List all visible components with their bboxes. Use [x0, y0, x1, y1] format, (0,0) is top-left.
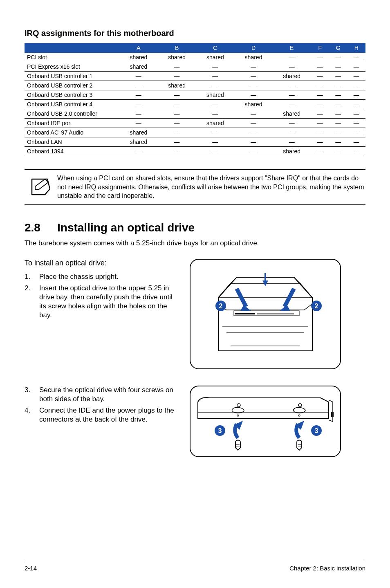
cell: —	[311, 128, 329, 137]
cell: —	[311, 72, 329, 81]
table-row: PCI slotsharedsharedsharedshared————	[25, 53, 365, 62]
page-footer: 2-14 Chapter 2: Basic installation	[25, 562, 365, 572]
cell: —	[158, 109, 196, 119]
cell: —	[196, 109, 234, 119]
cell: —	[347, 62, 366, 72]
cell: shared	[273, 109, 311, 119]
svg-marker-4	[218, 298, 312, 310]
cell: —	[158, 100, 196, 109]
section-number: 2.8	[25, 221, 57, 234]
cell: —	[329, 62, 347, 72]
svg-line-2	[218, 283, 231, 298]
cell: —	[311, 137, 329, 147]
cell: —	[234, 137, 273, 147]
step-text: Insert the optical drive to the upper 5.…	[39, 284, 180, 320]
note-pencil-icon	[25, 177, 57, 197]
table-row: PCI Express x16 slotshared———————	[25, 62, 365, 72]
cell: —	[347, 119, 366, 128]
row-label: Onboard USB controller 2	[25, 81, 119, 90]
cell: —	[196, 81, 234, 90]
section-title: Installing an optical drive	[57, 221, 195, 234]
cell: shared	[119, 53, 158, 62]
cell: —	[311, 62, 329, 72]
cell: —	[329, 109, 347, 119]
cell: —	[329, 147, 347, 156]
table-header	[25, 43, 119, 53]
cell: —	[234, 90, 273, 100]
cell: —	[311, 53, 329, 62]
intro-text: The barebone system comes with a 5.25-in…	[25, 239, 365, 247]
step-number: 4.	[25, 406, 39, 424]
cell: shared	[119, 128, 158, 137]
table-row: Onboard USB controller 3——shared—————	[25, 90, 365, 100]
cell: —	[347, 81, 366, 90]
table-header: B	[158, 43, 196, 53]
table-header: H	[347, 43, 366, 53]
cell: —	[347, 72, 366, 81]
table-header: C	[196, 43, 234, 53]
cell: —	[234, 147, 273, 156]
svg-point-18	[237, 404, 240, 407]
note-text: When using a PCI card on shared slots, e…	[57, 174, 365, 200]
cell: —	[273, 128, 311, 137]
step-text: Secure the optical drive with four screw…	[39, 386, 180, 404]
step-number: 3.	[25, 386, 39, 404]
list-item: 2.Insert the optical drive to the upper …	[25, 284, 180, 320]
row-label: Onboard USB controller 4	[25, 100, 119, 109]
cell: —	[329, 81, 347, 90]
cell: shared	[273, 147, 311, 156]
irq-table: ABCDEFGH PCI slotsharedsharedsharedshare…	[25, 43, 365, 156]
cell: shared	[158, 53, 196, 62]
cell: —	[347, 109, 366, 119]
row-label: Onboard IDE port	[25, 119, 119, 128]
table-row: Onboard USB controller 1————shared———	[25, 72, 365, 81]
figure-2: 3 3	[190, 386, 341, 457]
cell: —	[234, 81, 273, 90]
row-label: Onboard 1394	[25, 147, 119, 156]
cell: shared	[196, 90, 234, 100]
cell: shared	[196, 119, 234, 128]
cell: —	[311, 147, 329, 156]
cell: shared	[234, 53, 273, 62]
table-row: Onboard USB controller 4———shared————	[25, 100, 365, 109]
cell: —	[234, 72, 273, 81]
cell: —	[347, 147, 366, 156]
cell: —	[234, 128, 273, 137]
cell: —	[347, 128, 366, 137]
svg-point-21	[298, 415, 300, 416]
cell: shared	[119, 62, 158, 72]
cell: —	[234, 62, 273, 72]
row-label: Onboard LAN	[25, 137, 119, 147]
cell: —	[347, 137, 366, 147]
cell: —	[329, 100, 347, 109]
table-row: Onboard IDE port——shared—————	[25, 119, 365, 128]
svg-line-3	[300, 283, 312, 298]
svg-rect-6	[235, 313, 255, 314]
table-row: Onboard AC' 97 Audioshared———————	[25, 128, 365, 137]
cell: —	[273, 81, 311, 90]
cell: —	[329, 53, 347, 62]
cell: —	[158, 137, 196, 147]
steps-list-1: 1.Place the chassis upright.2.Insert the…	[25, 272, 180, 320]
cell: —	[347, 100, 366, 109]
cell: —	[273, 119, 311, 128]
cell: —	[347, 90, 366, 100]
cell: —	[273, 137, 311, 147]
cell: —	[329, 72, 347, 81]
cell: —	[234, 119, 273, 128]
cell: —	[329, 128, 347, 137]
row-label: Onboard USB 2.0 controller	[25, 109, 119, 119]
note-box: When using a PCI card on shared slots, e…	[25, 169, 365, 205]
cell: —	[119, 72, 158, 81]
svg-rect-22	[331, 412, 332, 417]
callout-3-right: 3	[315, 427, 318, 434]
section-heading: 2.8Installing an optical drive	[25, 221, 365, 234]
cell: shared	[158, 81, 196, 90]
cell: —	[273, 62, 311, 72]
list-item: 3.Secure the optical drive with four scr…	[25, 386, 180, 404]
step-number: 2.	[25, 284, 39, 320]
chapter-label: Chapter 2: Basic installation	[289, 565, 365, 572]
install-subtitle: To install an optical drive:	[25, 259, 180, 267]
list-item: 1.Place the chassis upright.	[25, 272, 180, 281]
callout-2-left: 2	[219, 303, 223, 310]
